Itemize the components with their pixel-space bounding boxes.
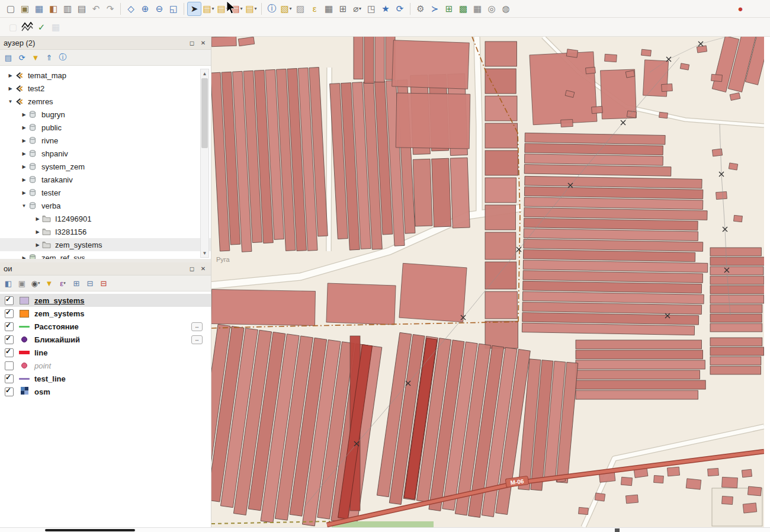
expand-arrow[interactable]: ▶	[33, 229, 42, 235]
float-panel-icon[interactable]: ◻	[188, 264, 196, 273]
browser-tree-item-tarakaniv[interactable]: ▶tarakaniv	[0, 173, 211, 186]
zoom-out-icon[interactable]: ⊖	[152, 2, 166, 16]
browser-tree-item-test2[interactable]: ▶test2	[0, 82, 211, 95]
layer-checkbox[interactable]	[5, 335, 14, 344]
expand-arrow[interactable]: ▶	[20, 112, 28, 117]
scroll-down-icon[interactable]: ▼	[201, 249, 208, 257]
refresh-icon[interactable]: ⟳	[16, 52, 28, 63]
layer-item-point[interactable]: point	[0, 359, 211, 372]
layer-checkbox[interactable]	[5, 322, 14, 331]
layer-checkbox[interactable]	[5, 296, 14, 305]
browser-tree-item-shpaniv[interactable]: ▶shpaniv	[0, 147, 211, 160]
pan-map-icon[interactable]: ◇	[124, 2, 138, 16]
save-project-icon[interactable]: ▦	[32, 2, 46, 16]
expand-arrow[interactable]: ▶	[20, 138, 28, 143]
grass-tools-icon[interactable]: ▩	[456, 2, 470, 16]
browser-tree-item-i12496901[interactable]: ▶I12496901	[0, 212, 211, 225]
map-tips-icon[interactable]: ◳	[364, 2, 378, 16]
float-panel-icon[interactable]: ◻	[188, 39, 196, 47]
add-selected-layers-icon[interactable]: ▤	[2, 52, 14, 63]
expand-arrow[interactable]: ▶	[20, 255, 28, 259]
expand-arrow[interactable]: ▶	[6, 73, 15, 78]
expand-arrow[interactable]: ▶	[33, 216, 42, 222]
georeferencer-icon[interactable]: ◎	[485, 2, 499, 16]
expand-arrow[interactable]: ▶	[20, 151, 28, 156]
select-rectangle-icon[interactable]: ▧▾	[279, 2, 293, 16]
collapse-all-icon[interactable]: ⊟	[84, 277, 96, 289]
geometry-checker-icon[interactable]: ✓	[34, 20, 49, 34]
expand-arrow[interactable]: ▶	[6, 86, 15, 91]
layer-item-test_line[interactable]: test_line	[0, 372, 211, 385]
zoom-in-icon[interactable]: ⊕	[138, 2, 152, 16]
map-canvas[interactable]: РугаМ-06	[211, 37, 764, 527]
raster-tools-icon[interactable]: ▦	[49, 20, 63, 34]
open-layer-styling-icon[interactable]: ◧	[2, 277, 14, 289]
expand-arrow[interactable]: ▶	[20, 190, 28, 196]
html-annotation-icon[interactable]: ▤▾	[230, 2, 244, 16]
expand-arrow[interactable]: ▶	[20, 177, 28, 182]
select-by-expression-icon[interactable]: ε	[307, 2, 322, 16]
processing-toolbox-icon[interactable]: ⚙	[413, 2, 428, 16]
layer-item-line[interactable]: line	[0, 346, 211, 359]
refresh-map-icon[interactable]: ⟳	[393, 2, 407, 16]
bookmark-icon[interactable]: ★	[378, 2, 393, 16]
expand-arrow[interactable]: ▶	[20, 125, 28, 130]
deselect-icon[interactable]: ▨	[293, 2, 307, 16]
profile-tool-icon[interactable]	[20, 20, 34, 34]
scrollbar-thumb[interactable]	[201, 78, 208, 148]
digitize-icon[interactable]: ▢	[6, 20, 20, 34]
browser-scrollbar[interactable]: ▲ ▼	[200, 69, 209, 258]
layer-item-расстояние[interactable]: Расстояние↔	[0, 320, 211, 333]
browser-tree-item-zem_ref_sys[interactable]: ▶zem_ref_sys	[0, 251, 211, 259]
expand-all-icon[interactable]: ⊞	[70, 277, 82, 289]
browser-tree-item-tester[interactable]: ▶tester	[0, 186, 211, 199]
undo-icon[interactable]: ↶	[89, 2, 103, 16]
layer-item-zem_systems[interactable]: zem_systems	[0, 307, 211, 320]
expand-arrow[interactable]: ▼	[6, 99, 15, 104]
layer-checkbox[interactable]	[5, 387, 14, 396]
layer-checkbox[interactable]	[5, 361, 14, 370]
layout-manager-icon[interactable]: ▤	[75, 2, 89, 16]
expand-arrow[interactable]: ▶	[20, 164, 28, 169]
filter-legend-icon[interactable]: ▼	[43, 277, 55, 289]
attribute-table-icon[interactable]: ▦	[322, 2, 336, 16]
remove-layer-icon[interactable]: ⊟	[98, 277, 110, 289]
browser-tree-item-verba[interactable]: ▼verba	[0, 199, 211, 212]
zoom-full-icon[interactable]: ◱	[166, 2, 181, 16]
identify-icon[interactable]: ⓘ	[265, 2, 279, 16]
browser-tree-item-public[interactable]: ▶public	[0, 121, 211, 134]
layer-checkbox[interactable]	[5, 309, 14, 318]
osm-tools-icon[interactable]: ◍	[499, 2, 513, 16]
redo-icon[interactable]: ↷	[103, 2, 117, 16]
browser-tree-item-zem_systems[interactable]: ▶zem_systems	[0, 238, 211, 251]
layer-item-zem_systems[interactable]: zem_systems	[0, 294, 211, 307]
expand-arrow[interactable]: ▼	[20, 203, 28, 209]
select-tool-icon[interactable]: ➤	[187, 2, 201, 16]
close-panel-icon[interactable]: ✕	[199, 39, 207, 47]
browser-tree-item-temat_map[interactable]: ▶temat_map	[0, 69, 211, 82]
filter-by-expression-icon[interactable]: ε▾	[57, 277, 69, 289]
expand-arrow[interactable]: ▶	[33, 242, 42, 248]
browser-tree-item-zemres[interactable]: ▼zemres	[0, 95, 211, 108]
manage-map-themes-icon[interactable]: ◉▾	[30, 277, 41, 289]
plugin-manager-icon[interactable]: ⊞	[442, 2, 456, 16]
layer-item-ближайший[interactable]: Ближайший↔	[0, 333, 211, 346]
layer-scale-badge[interactable]: ↔	[191, 322, 203, 331]
close-panel-icon[interactable]: ✕	[199, 264, 207, 273]
layer-item-osm[interactable]: osm	[0, 385, 211, 398]
form-annotation-icon[interactable]: ▤▾	[216, 2, 230, 16]
browser-tree-item-i3281156[interactable]: ▶I3281156	[0, 225, 211, 238]
python-console-icon[interactable]: ≻	[428, 2, 442, 16]
pin-annotation-icon[interactable]: ▤▾	[244, 2, 258, 16]
scroll-up-icon[interactable]: ▲	[201, 69, 208, 78]
properties-widget-icon[interactable]: ⓘ	[57, 52, 69, 63]
text-annotation-icon[interactable]: ▤▾	[201, 2, 216, 16]
layer-scale-badge[interactable]: ↔	[191, 335, 203, 344]
browser-tree-item-system_zem[interactable]: ▶system_zem	[0, 160, 211, 173]
browser-tree-item-rivne[interactable]: ▶rivne	[0, 134, 211, 147]
new-project-icon[interactable]: ▢	[4, 2, 18, 16]
qgis-logo-icon[interactable]: ●	[733, 2, 747, 16]
browser-tree-item-bugryn[interactable]: ▶bugryn	[0, 108, 211, 121]
style-manager-icon[interactable]: ◧	[46, 2, 60, 16]
open-project-icon[interactable]: ▣	[18, 2, 32, 16]
